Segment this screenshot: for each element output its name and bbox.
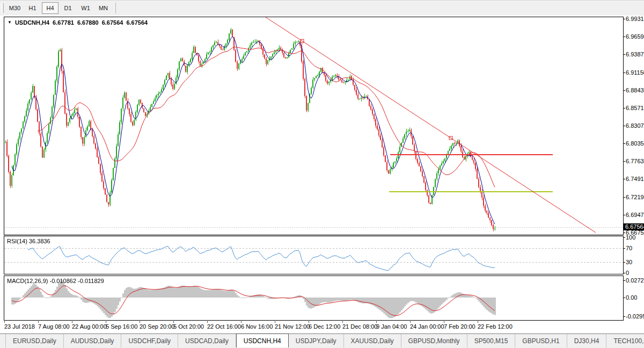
time-axis-tick bbox=[309, 321, 309, 323]
timeframe-toolbar: M30H1H4D1W1MN bbox=[0, 0, 644, 16]
time-axis-label: 5 Sep 16:00 bbox=[106, 323, 137, 330]
price-axis-label: 6.80350 bbox=[626, 140, 644, 147]
chart-ohlc-header: ▼ USDCNH,H4 6.67781 6.67880 6.67564 6.67… bbox=[8, 19, 148, 26]
symbol-tab-sp500-m15[interactable]: SP500,M15 bbox=[467, 334, 516, 347]
timeframe-button-h1[interactable]: H1 bbox=[24, 2, 41, 14]
macd-name: MACD(12,26,9) bbox=[7, 278, 48, 284]
time-axis-label: 6 Dec 12:00 bbox=[309, 323, 340, 330]
symbol-tab-usdchf-daily[interactable]: USDCHF,Daily bbox=[121, 334, 178, 347]
timeframe-button-d1[interactable]: D1 bbox=[60, 2, 76, 14]
axis-tick bbox=[623, 90, 625, 91]
symbol-tab-dj30-h4[interactable]: DJ30,H4 bbox=[567, 334, 607, 347]
time-axis-tick bbox=[4, 321, 5, 323]
chart-window: ▼ USDCNH,H4 6.67781 6.67880 6.67564 6.67… bbox=[0, 16, 644, 333]
symbol-tab-gbpusd-monthly[interactable]: GBPUSD,Monthly bbox=[401, 334, 467, 347]
time-axis-label: 24 Jan 00:00 bbox=[410, 323, 444, 330]
time-axis-tick bbox=[478, 321, 478, 323]
time-axis-tick bbox=[444, 321, 444, 323]
symbol-tab-usdcnh-h4[interactable]: USDCNH,H4 bbox=[236, 334, 289, 347]
toolbar-separator bbox=[115, 3, 116, 13]
symbol-tab-gbpusd-h1[interactable]: GBPUSD,H1 bbox=[515, 334, 567, 347]
axis-tick bbox=[623, 298, 625, 298]
rsi-axis-label: 0 bbox=[626, 270, 629, 276]
time-axis-tick bbox=[72, 321, 72, 323]
time-axis-label: 22 Aug 00:00 bbox=[72, 323, 107, 330]
rsi-name: RSI(14) bbox=[7, 238, 27, 244]
macd-axis-label: 0.027219 bbox=[626, 277, 644, 284]
axis-tick bbox=[623, 126, 625, 126]
rsi-canvas[interactable] bbox=[4, 236, 623, 274]
time-axis[interactable]: 23 Jul 20187 Aug 08:0022 Aug 00:005 Sep … bbox=[0, 321, 644, 333]
time-axis-label: 21 Dec 08:00 bbox=[342, 323, 377, 330]
axis-tick bbox=[623, 19, 625, 19]
axis-tick bbox=[623, 161, 625, 162]
price-axis-label: 6.85710 bbox=[626, 105, 644, 111]
time-axis-label: 22 Feb 12:00 bbox=[478, 323, 513, 330]
price-axis-label: 6.96590 bbox=[626, 33, 644, 40]
macd-main-value: -0.010862 bbox=[49, 278, 76, 284]
axis-tick bbox=[623, 248, 625, 249]
price-chart-canvas[interactable] bbox=[4, 17, 623, 235]
time-axis-tick bbox=[38, 321, 39, 323]
symbol-tab-audusd-daily[interactable]: AUDUSD,Daily bbox=[64, 334, 122, 347]
price-axis-label: 6.91150 bbox=[626, 69, 644, 76]
rsi-axis-label: 70 bbox=[626, 245, 632, 251]
time-axis-tick bbox=[241, 321, 241, 323]
symbol-tab-tech100-h1[interactable]: TECH100,H1 bbox=[606, 334, 644, 347]
trading-terminal: M30H1H4D1W1MN ▼ USDCNH,H4 6.67781 6.6788… bbox=[0, 0, 644, 348]
collapse-icon[interactable]: ▼ bbox=[8, 20, 12, 25]
time-axis-label: 21 Nov 12:00 bbox=[275, 323, 310, 330]
axis-tick bbox=[623, 280, 625, 281]
price-axis-label: 6.99310 bbox=[626, 16, 644, 22]
rsi-label: RSI(14) 36.3836 bbox=[7, 238, 50, 244]
axis-tick bbox=[623, 316, 625, 317]
time-axis-label: 22 Oct 16:00 bbox=[207, 323, 241, 330]
chart-open-value: 6.67781 bbox=[53, 19, 74, 26]
macd-axis-label: -0.029558 bbox=[626, 313, 644, 320]
axis-tick bbox=[623, 179, 625, 179]
price-axis-label: 6.93870 bbox=[626, 51, 644, 57]
price-chart-panel: ▼ USDCNH,H4 6.67781 6.67880 6.67564 6.67… bbox=[4, 17, 624, 235]
axis-tick bbox=[623, 262, 625, 263]
time-axis-label: 9 Jan 04:00 bbox=[376, 323, 407, 330]
axis-tick bbox=[623, 73, 625, 73]
time-axis-tick bbox=[140, 321, 140, 323]
timeframe-button-mn[interactable]: MN bbox=[95, 2, 112, 14]
time-axis-label: 23 Jul 2018 bbox=[4, 323, 35, 330]
rsi-value: 36.3836 bbox=[29, 238, 50, 244]
timeframe-buttons: M30H1H4D1W1MN bbox=[6, 2, 112, 14]
price-axis-label: 6.74910 bbox=[626, 176, 644, 182]
symbol-tab-usdjpy-daily[interactable]: USDJPY,Daily bbox=[289, 334, 344, 347]
time-axis-tick bbox=[376, 321, 377, 323]
time-axis-label: 5 Oct 20:00 bbox=[173, 323, 204, 330]
macd-axis-label: 0.00 bbox=[626, 294, 637, 301]
time-axis-label: 7 Feb 20:00 bbox=[444, 323, 475, 330]
time-axis-tick bbox=[207, 321, 208, 323]
axis-tick bbox=[623, 215, 625, 215]
price-axis-label: 6.77630 bbox=[626, 158, 644, 164]
chart-high-value: 6.67880 bbox=[77, 19, 99, 26]
timeframe-button-m30[interactable]: M30 bbox=[6, 2, 23, 14]
macd-signal-value: -0.011829 bbox=[78, 278, 104, 284]
price-axis-label: 6.72190 bbox=[626, 194, 644, 200]
price-axis-label: 6.83070 bbox=[626, 122, 644, 129]
symbol-tab-xauusd-daily[interactable]: XAUUSD,Daily bbox=[344, 334, 401, 347]
symbol-tab-eurusd-daily[interactable]: EURUSD,Daily bbox=[5, 334, 64, 347]
macd-label: MACD(12,26,9) -0.010862 -0.011829 bbox=[7, 278, 104, 284]
timeframe-button-h4[interactable]: H4 bbox=[42, 2, 58, 14]
timeframe-button-w1[interactable]: W1 bbox=[77, 2, 94, 14]
toolbar-drag-handle[interactable] bbox=[1, 3, 4, 13]
time-axis-tick bbox=[275, 321, 275, 323]
symbol-tabbar: EURUSD,DailyAUDUSD,DailyUSDCHF,DailyUSDC… bbox=[0, 334, 644, 347]
axis-tick bbox=[623, 143, 625, 144]
axis-tick bbox=[623, 197, 625, 198]
rsi-axis-label: 100 bbox=[626, 234, 635, 241]
axis-tick bbox=[623, 108, 625, 108]
time-axis-tick bbox=[173, 321, 174, 323]
axis-tick bbox=[623, 54, 625, 55]
time-axis-tick bbox=[106, 321, 106, 323]
chart-low-value: 6.67564 bbox=[102, 19, 123, 26]
price-axis-label: 6.88430 bbox=[626, 87, 644, 93]
macd-panel: MACD(12,26,9) -0.010862 -0.011829 bbox=[4, 276, 624, 321]
symbol-tab-usdcad-daily[interactable]: USDCAD,Daily bbox=[178, 334, 236, 347]
